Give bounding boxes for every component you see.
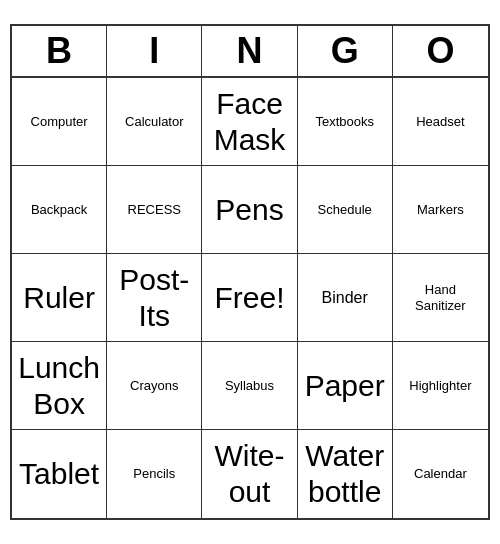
bingo-header-letter: B: [12, 26, 107, 76]
bingo-cell-text: Pens: [215, 192, 283, 228]
bingo-cell: Pens: [202, 166, 297, 254]
bingo-cell-text: Binder: [322, 288, 368, 307]
bingo-cell: Backpack: [12, 166, 107, 254]
bingo-cell-text: Markers: [417, 202, 464, 218]
bingo-cell: Ruler: [12, 254, 107, 342]
bingo-cell: Syllabus: [202, 342, 297, 430]
bingo-cell-text: Ruler: [23, 280, 95, 316]
bingo-cell-text: Textbooks: [315, 114, 374, 130]
bingo-cell: Paper: [298, 342, 393, 430]
bingo-cell-text: Waterbottle: [305, 438, 384, 510]
bingo-cell: HandSanitizer: [393, 254, 488, 342]
bingo-cell-text: FaceMask: [214, 86, 286, 158]
bingo-cell: Post-Its: [107, 254, 202, 342]
bingo-header-letter: O: [393, 26, 488, 76]
bingo-cell: Pencils: [107, 430, 202, 518]
bingo-cell-text: Post-Its: [119, 262, 189, 334]
bingo-cell: Crayons: [107, 342, 202, 430]
bingo-cell: Schedule: [298, 166, 393, 254]
bingo-cell: Calendar: [393, 430, 488, 518]
bingo-cell-text: LunchBox: [18, 350, 100, 422]
bingo-cell-text: Highlighter: [409, 378, 471, 394]
bingo-cell: Tablet: [12, 430, 107, 518]
bingo-cell-text: Calculator: [125, 114, 184, 130]
bingo-header-letter: I: [107, 26, 202, 76]
bingo-cell: Headset: [393, 78, 488, 166]
bingo-cell: Wite-out: [202, 430, 297, 518]
bingo-cell-text: Tablet: [19, 456, 99, 492]
bingo-cell-text: Crayons: [130, 378, 178, 394]
bingo-card: BINGO ComputerCalculatorFaceMaskTextbook…: [10, 24, 490, 520]
bingo-cell-text: Wite-out: [214, 438, 284, 510]
bingo-cell: Binder: [298, 254, 393, 342]
bingo-cell-text: RECESS: [128, 202, 181, 218]
bingo-cell-text: Calendar: [414, 466, 467, 482]
bingo-cell: Textbooks: [298, 78, 393, 166]
bingo-cell: LunchBox: [12, 342, 107, 430]
bingo-header: BINGO: [12, 26, 488, 78]
bingo-header-letter: G: [298, 26, 393, 76]
bingo-cell: Markers: [393, 166, 488, 254]
bingo-cell-text: Free!: [214, 280, 284, 316]
bingo-cell-text: HandSanitizer: [415, 282, 466, 313]
bingo-cell: Calculator: [107, 78, 202, 166]
bingo-cell-text: Computer: [31, 114, 88, 130]
bingo-grid: ComputerCalculatorFaceMaskTextbooksHeads…: [12, 78, 488, 518]
bingo-cell-text: Headset: [416, 114, 464, 130]
bingo-cell-text: Syllabus: [225, 378, 274, 394]
bingo-cell-text: Pencils: [133, 466, 175, 482]
bingo-cell: Free!: [202, 254, 297, 342]
bingo-header-letter: N: [202, 26, 297, 76]
bingo-cell-text: Schedule: [318, 202, 372, 218]
bingo-cell: Waterbottle: [298, 430, 393, 518]
bingo-cell-text: Paper: [305, 368, 385, 404]
bingo-cell: Computer: [12, 78, 107, 166]
bingo-cell: Highlighter: [393, 342, 488, 430]
bingo-cell: FaceMask: [202, 78, 297, 166]
bingo-cell-text: Backpack: [31, 202, 87, 218]
bingo-cell: RECESS: [107, 166, 202, 254]
